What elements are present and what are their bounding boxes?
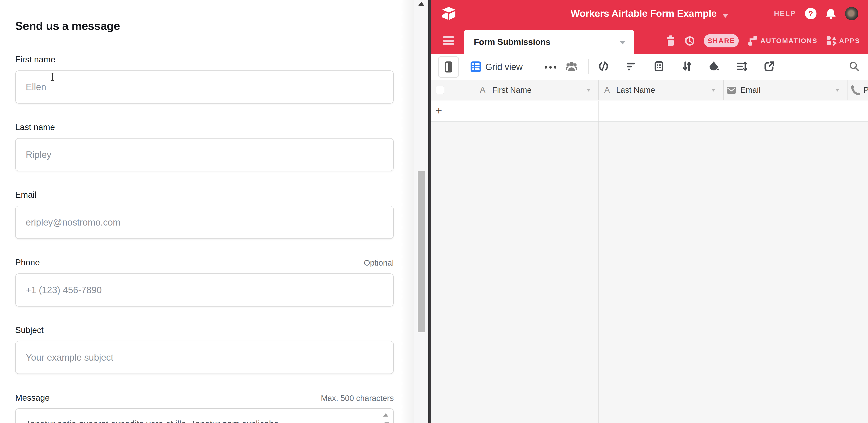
phone-label: Phone [15, 258, 40, 267]
grid-view-icon[interactable] [471, 61, 481, 72]
base-title-caret-icon[interactable] [722, 14, 728, 18]
automations-label: AUTOMATIONS [761, 37, 817, 44]
subject-label: Subject [15, 325, 43, 335]
grid-header-row: A First Name A Last Name Email Phone [431, 80, 868, 100]
email-input[interactable] [15, 206, 394, 239]
phone-optional-note: Optional [364, 258, 394, 267]
apps-icon [826, 35, 837, 46]
panel-edge-shadow [401, 0, 414, 423]
email-field-icon [727, 87, 736, 94]
search-icon[interactable] [849, 61, 860, 72]
color-icon[interactable] [708, 61, 719, 72]
contact-form-panel: Send us a message First name Last name E… [0, 0, 414, 423]
filter-icon[interactable] [625, 61, 637, 72]
airtable-window: Workers Airtable Form Example HELP ? For… [431, 0, 868, 423]
text-field-icon: A [480, 80, 486, 100]
automations-button[interactable]: AUTOMATIONS [747, 35, 817, 46]
hide-fields-icon[interactable] [598, 61, 609, 72]
text-field-icon: A [604, 80, 610, 100]
last-name-label: Last name [15, 122, 55, 132]
page-title: Send us a message [15, 19, 120, 33]
last-name-input[interactable] [15, 138, 394, 171]
message-label: Message [15, 393, 50, 403]
column-divider [598, 100, 599, 121]
chevron-down-icon[interactable] [620, 41, 626, 44]
column-caret-icon[interactable] [587, 89, 591, 92]
add-record-row[interactable]: + [431, 100, 868, 122]
phone-input[interactable] [15, 273, 394, 306]
group-icon[interactable] [653, 61, 664, 72]
collaborators-icon[interactable] [566, 61, 577, 72]
column-divider [847, 80, 848, 100]
column-caret-icon[interactable] [711, 89, 715, 92]
row-height-icon[interactable] [736, 61, 747, 72]
sidebar-toggle-button[interactable] [438, 56, 459, 78]
subject-input[interactable] [15, 341, 394, 374]
column-caret-icon[interactable] [835, 89, 839, 92]
history-icon[interactable] [684, 35, 695, 46]
grid-empty-area [431, 122, 868, 423]
avatar[interactable] [845, 7, 858, 20]
tab-form-submissions[interactable]: Form Submissions [464, 30, 634, 54]
menu-icon[interactable] [443, 36, 454, 47]
scrollbar-thumb[interactable] [418, 171, 425, 332]
toolbar-divider [588, 59, 589, 74]
trash-icon[interactable] [666, 35, 675, 46]
message-text: Tenetur optio quaerat expedite vero et i… [26, 418, 375, 423]
column-header-first-name[interactable]: First Name [492, 80, 531, 100]
apps-label: APPS [839, 37, 860, 44]
textarea-scrollbar-thumb[interactable] [384, 422, 389, 423]
table-tab-label: Form Submissions [474, 30, 550, 54]
share-button[interactable]: SHARE [704, 34, 739, 48]
email-label: Email [15, 190, 37, 200]
add-record-button[interactable]: + [436, 100, 442, 121]
message-textarea[interactable]: Tenetur optio quaerat expedite vero et i… [15, 408, 394, 423]
more-options-icon[interactable] [545, 66, 556, 68]
sidebar-panel-icon [445, 61, 452, 72]
sort-icon[interactable] [681, 61, 692, 72]
scroll-up-icon[interactable] [418, 2, 425, 6]
form-scrollbar[interactable] [414, 0, 428, 423]
first-name-input[interactable] [15, 70, 394, 103]
message-maxchars-note: Max. 500 characters [321, 394, 394, 403]
phone-field-icon [850, 85, 860, 95]
help-circle-icon[interactable]: ? [805, 8, 816, 19]
automations-icon [747, 35, 758, 46]
airtable-tablebar: Form Submissions SHARE AUTOMA [431, 27, 868, 54]
column-header-phone[interactable]: Phone [863, 80, 868, 100]
base-title[interactable]: Workers Airtable Form Example [570, 8, 717, 19]
text-cursor [52, 73, 53, 81]
bell-icon[interactable] [826, 8, 836, 19]
apps-button[interactable]: APPS [826, 35, 860, 46]
airtable-topbar: Workers Airtable Form Example HELP ? [431, 0, 868, 27]
first-name-label: First name [15, 55, 55, 64]
column-header-last-name[interactable]: Last Name [616, 80, 655, 100]
view-toolbar: Grid view [431, 54, 868, 80]
share-view-icon[interactable] [764, 61, 775, 72]
textarea-scroll-up-icon[interactable] [383, 413, 388, 417]
column-divider [598, 122, 599, 423]
help-button[interactable]: HELP [774, 9, 796, 18]
column-divider [598, 80, 599, 100]
view-name[interactable]: Grid view [485, 54, 523, 80]
select-all-checkbox[interactable] [436, 86, 444, 94]
column-header-email[interactable]: Email [740, 80, 761, 100]
window-divider [428, 0, 431, 423]
